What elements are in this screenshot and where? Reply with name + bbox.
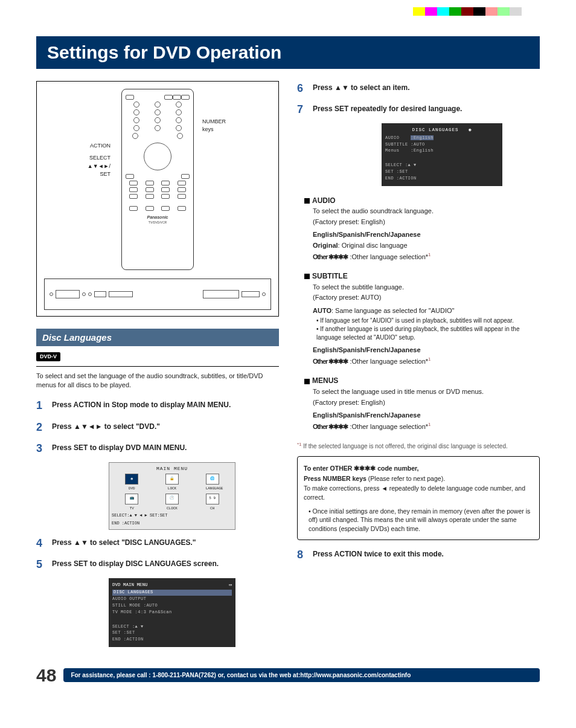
label-select: SELECT (44, 154, 110, 162)
osd-main-menu: MAIN MENU ◉ 🔒 🌐 DVD LOCK LANGUAGE 📺 🕐 5 … (109, 462, 235, 530)
osd-icon-clock: 🕐 (165, 494, 179, 504)
footnote-1: *1 If the selected language is not offer… (297, 441, 540, 451)
subtitle-other-label: Other ✱✱✱✱ (313, 358, 348, 365)
remote-control-illustration: Panasonic TV/DVD/VCR (121, 89, 194, 270)
note-line2b: (Please refer to next page). (366, 475, 445, 482)
dvd-v-badge: DVD-V (36, 352, 60, 361)
remote-brand: Panasonic (126, 214, 190, 221)
note-bullet: Once initial settings are done, they rem… (309, 507, 533, 533)
osd-title: MAIN MENU (112, 465, 232, 472)
subtitle-desc: To select the subtitle language. (313, 283, 540, 292)
menus-other-label: Other ✱✱✱✱ (313, 423, 348, 430)
step-text: Press SET to display DVD MAIN MENU. (52, 441, 187, 453)
subtitle-auto-label: AUTO (313, 307, 331, 314)
step-3: 3 Press SET to display DVD MAIN MENU. (36, 441, 279, 456)
step-number: 3 (36, 441, 46, 456)
step-number: 2 (36, 420, 46, 435)
step-1: 1 Press ACTION in Stop mode to display M… (36, 398, 279, 413)
osd-icon-tv: 📺 (125, 494, 138, 504)
osd-label: CLOCK (165, 506, 179, 511)
subtitle-bullet: If another language is used during playb… (316, 325, 540, 342)
audio-original-label: Original (313, 242, 338, 249)
step-text: Press SET repeatedly for desired languag… (313, 102, 462, 114)
osd-title: DVD MAIN MENU▭ (112, 582, 232, 588)
menus-other-desc: :Other language selection* (348, 423, 428, 430)
subtitle-bullet: If language set for "AUDIO" is used in p… (316, 317, 540, 325)
osd-icon-language: 🌐 (206, 474, 219, 485)
audio-desc: To select the audio soundtrack language. (313, 207, 540, 216)
section-header-disc-languages: Disc Languages (36, 329, 279, 346)
osd-line: AUDIO OUTPUT (112, 596, 232, 602)
step-text: Press ACTION twice to exit this mode. (313, 547, 444, 559)
osd-icon-lock: 🔒 (165, 474, 179, 485)
step-text: Press ▲▼◄► to select "DVD." (52, 420, 160, 432)
step-number: 7 (297, 102, 307, 117)
osd-footer: END :ACTION (112, 521, 232, 527)
note-line1: To enter OTHER ✱✱✱✱ code number, (304, 465, 418, 472)
audio-original-desc: : Original disc language (338, 242, 408, 249)
subtitle-auto-desc: : Same language as selected for "AUDIO" (331, 307, 454, 314)
step-8: 8 Press ACTION twice to exit this mode. (297, 547, 540, 562)
label-action: ACTION (44, 142, 110, 150)
menus-preset: (Factory preset: English) (313, 398, 540, 407)
section-subtitle: SUBTITLE To select the subtitle language… (304, 271, 540, 366)
subtitle-other-desc: :Other language selection* (348, 358, 428, 365)
step-number: 6 (297, 81, 307, 96)
menus-desc: To select the language used in title men… (313, 387, 540, 396)
note-box: To enter OTHER ✱✱✱✱ code number, Press N… (297, 456, 540, 540)
audio-other-label: Other ✱✱✱✱ (313, 253, 348, 260)
osd-footer: SELECT :▲ ▼ (112, 624, 232, 630)
osd-line: AUDIO :English (385, 135, 499, 141)
osd-line: SUBTITLE :AUTO (385, 142, 499, 148)
step-number: 5 (36, 557, 46, 572)
step-6: 6 Press ▲▼ to select an item. (297, 81, 540, 96)
subtitle-preset: (Factory preset: AUTO) (313, 293, 540, 302)
label-arrows-set: ▲▼◄►/ SET (44, 163, 110, 178)
audio-other-desc: :Other language selection* (348, 253, 428, 260)
audio-preset: (Factory preset: English) (313, 217, 540, 227)
intro-text: To select and set the language of the au… (36, 372, 279, 390)
section-menus: MENUS To select the language used in tit… (304, 376, 540, 431)
footnote-ref: 1 (428, 356, 430, 362)
label-number-keys: NUMBER keys (202, 118, 226, 133)
osd-label: DVD (125, 486, 138, 491)
osd-footer: SELECT:▲ ▼ ◄ ► SET:SET (112, 513, 232, 519)
step-number: 8 (297, 547, 307, 562)
page-number: 48 (36, 665, 56, 686)
menus-heading: MENUS (312, 376, 338, 385)
step-number: 4 (36, 536, 46, 551)
step-text: Press SET to display DISC LANGUAGES scre… (52, 557, 219, 569)
osd-label: TV (125, 506, 138, 511)
osd-dvd-main-menu: DVD MAIN MENU▭ DISC LANGUAGES AUDIO OUTP… (109, 578, 235, 647)
audio-options: English/Spanish/French/Japanese (313, 231, 421, 238)
section-audio: AUDIO To select the audio soundtrack lan… (304, 196, 540, 262)
step-number: 1 (36, 398, 46, 413)
osd-line: TV MODE :4:3 Pan&Scan (112, 610, 232, 616)
footnote-ref: 1 (428, 422, 430, 427)
step-2: 2 Press ▲▼◄► to select "DVD." (36, 420, 279, 435)
osd-line-highlighted: DISC LANGUAGES (112, 590, 232, 596)
footer-assistance: For assistance, please call : 1-800-211-… (63, 668, 540, 682)
note-line3: To make corrections, press ◄ repeatedly … (304, 484, 533, 501)
step-text: Press ▲▼ to select "DISC LANGUAGES." (52, 536, 196, 548)
osd-footer: SELECT :▲ ▼ (385, 163, 499, 169)
osd-line: Menus :English (385, 148, 499, 154)
osd-label: LANGUAGE (206, 486, 219, 491)
audio-heading: AUDIO (312, 196, 336, 205)
osd-footer: SET :SET (112, 630, 232, 636)
osd-footer: SET :SET (385, 169, 499, 175)
step-text: Press ACTION in Stop mode to display MAI… (52, 398, 231, 410)
osd-label: CH (206, 506, 219, 511)
vcr-unit-illustration (44, 279, 271, 310)
step-5: 5 Press SET to display DISC LANGUAGES sc… (36, 557, 279, 572)
step-4: 4 Press ▲▼ to select "DISC LANGUAGES." (36, 536, 279, 551)
osd-line: STILL MODE :AUTO (112, 603, 232, 609)
osd-footer: END :ACTION (385, 176, 499, 182)
osd-disc-languages: DISC LANGUAGES ◉ AUDIO :English SUBTITLE… (382, 123, 502, 185)
note-line2a: Press NUMBER keys (304, 475, 366, 482)
osd-icon-ch: 5 9 (206, 494, 219, 504)
osd-label: LOCK (165, 486, 179, 491)
step-text: Press ▲▼ to select an item. (313, 81, 409, 93)
footnote-ref: 1 (428, 252, 430, 257)
step-7: 7 Press SET repeatedly for desired langu… (297, 102, 540, 117)
